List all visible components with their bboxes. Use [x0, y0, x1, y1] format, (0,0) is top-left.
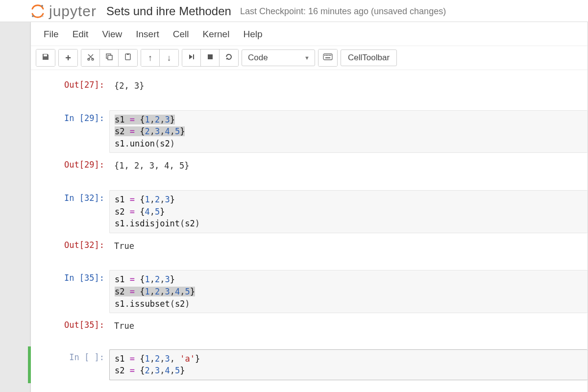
- move-up-button[interactable]: ↑: [141, 49, 160, 66]
- code-cell[interactable]: In [32]: s1 = {1,2,3} s2 = {4,5} s1.isdi…: [31, 188, 588, 235]
- out-prompt: Out[32]:: [31, 237, 109, 256]
- output-row: Out[32]: True: [31, 235, 588, 258]
- header: jupyter Sets und ihre Methoden Last Chec…: [0, 0, 588, 22]
- svg-rect-11: [324, 55, 325, 56]
- paste-icon: [124, 53, 132, 63]
- add-cell-button[interactable]: +: [59, 49, 77, 66]
- code-input[interactable]: s1 = {1,2,3} s2 = {1,2,3,4,5} s1.issubse…: [109, 270, 588, 313]
- svg-rect-16: [325, 57, 330, 58]
- menu-insert[interactable]: Insert: [136, 29, 159, 40]
- in-prompt: In [29]:: [31, 110, 109, 153]
- cell-type-select[interactable]: Code ▼: [242, 49, 315, 66]
- jupyter-logo-text: jupyter: [49, 3, 97, 20]
- plus-icon: +: [65, 52, 71, 64]
- save-button[interactable]: [36, 49, 55, 66]
- output-text: {2, 3}: [109, 77, 149, 96]
- code-cell[interactable]: In [35]: s1 = {1,2,3} s2 = {1,2,3,4,5} s…: [31, 268, 588, 315]
- step-forward-icon: [188, 53, 195, 62]
- menu-edit[interactable]: Edit: [73, 29, 89, 40]
- cut-icon: [87, 53, 95, 63]
- out-prompt: Out[29]:: [31, 157, 109, 175]
- move-down-button[interactable]: ↓: [160, 49, 178, 66]
- refresh-icon: [225, 53, 233, 63]
- code-input[interactable]: s1 = {1,2,3, 'a'} s2 = {2,3,4,5}: [109, 349, 588, 380]
- output-row: Out[35]: True: [31, 315, 588, 338]
- out-prompt: Out[35]:: [31, 317, 109, 336]
- arrow-down-icon: ↓: [167, 53, 172, 63]
- restart-button[interactable]: [220, 49, 238, 66]
- svg-rect-13: [327, 55, 328, 56]
- jupyter-logo[interactable]: jupyter: [30, 3, 97, 20]
- paste-button[interactable]: [119, 49, 137, 66]
- keyboard-icon: [323, 53, 333, 62]
- jupyter-logo-icon: [30, 4, 45, 19]
- code-input[interactable]: s1 = {1,2,3} s2 = {2,3,4,5} s1.union(s2): [109, 110, 588, 153]
- celltoolbar-button[interactable]: CellToolbar: [341, 49, 397, 66]
- output-row: Out[27]: {2, 3}: [31, 75, 588, 98]
- celltoolbar-label: CellToolbar: [348, 53, 390, 63]
- svg-rect-6: [108, 55, 112, 60]
- code-cell-selected[interactable]: In [ ]: s1 = {1,2,3, 'a'} s2 = {2,3,4,5}: [28, 346, 588, 383]
- svg-rect-14: [329, 55, 330, 56]
- svg-point-0: [41, 5, 43, 7]
- output-text: {1, 2, 3, 4, 5}: [109, 157, 195, 175]
- menu-bar: File Edit View Insert Cell Kernel Help: [31, 22, 588, 46]
- checkpoint-text: Last Checkpoint: 16 minutes ago (unsaved…: [240, 6, 446, 17]
- run-button[interactable]: [182, 49, 201, 66]
- menu-kernel[interactable]: Kernel: [202, 29, 229, 40]
- cut-button[interactable]: [81, 49, 100, 66]
- copy-icon: [105, 53, 113, 63]
- command-palette-button[interactable]: [318, 49, 337, 66]
- svg-point-1: [32, 15, 34, 17]
- output-row: Out[29]: {1, 2, 3, 4, 5}: [31, 155, 588, 177]
- svg-rect-9: [208, 54, 213, 59]
- main-panel: File Edit View Insert Cell Kernel Help +: [30, 22, 588, 392]
- notebook-area[interactable]: Out[27]: {2, 3} In [29]: s1 = {1,2,3} s2…: [31, 70, 588, 392]
- menu-help[interactable]: Help: [243, 29, 262, 40]
- chevron-down-icon: ▼: [304, 55, 310, 61]
- svg-point-2: [42, 16, 44, 17]
- output-text: True: [109, 317, 139, 336]
- menu-view[interactable]: View: [102, 29, 122, 40]
- in-prompt: In [ ]:: [31, 349, 109, 380]
- svg-rect-10: [323, 54, 332, 60]
- code-cell[interactable]: In [29]: s1 = {1,2,3} s2 = {2,3,4,5} s1.…: [31, 108, 588, 155]
- in-prompt: In [35]:: [31, 270, 109, 313]
- arrow-up-icon: ↑: [148, 53, 152, 63]
- stop-icon: [207, 53, 214, 62]
- out-prompt: Out[27]:: [31, 77, 109, 96]
- code-input[interactable]: s1 = {1,2,3} s2 = {4,5} s1.isdisjoint(s2…: [109, 190, 588, 233]
- in-prompt: In [32]:: [31, 190, 109, 233]
- menu-cell[interactable]: Cell: [173, 29, 189, 40]
- notebook-title[interactable]: Sets und ihre Methoden: [106, 4, 231, 18]
- cell-type-value: Code: [248, 53, 268, 63]
- save-icon: [42, 53, 49, 63]
- toolbar: +: [31, 46, 588, 70]
- copy-button[interactable]: [100, 49, 119, 66]
- output-text: True: [109, 237, 139, 256]
- svg-rect-15: [330, 55, 331, 56]
- menu-file[interactable]: File: [44, 29, 59, 40]
- svg-rect-12: [326, 55, 327, 56]
- interrupt-button[interactable]: [201, 49, 220, 66]
- svg-rect-8: [127, 53, 129, 55]
